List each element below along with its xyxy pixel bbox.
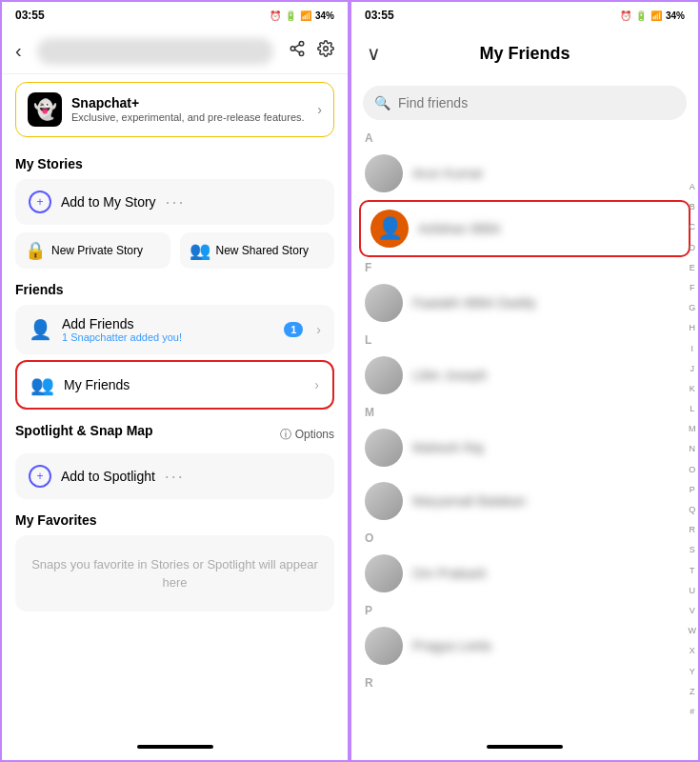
alpha-p[interactable]: P (690, 486, 695, 494)
nav-bar-right: ∨ My Friends (351, 29, 698, 78)
signal-icon: 📶 (300, 10, 311, 21)
options-text: Options (295, 428, 334, 441)
right-panel: 03:55 ⏰ 🔋 📶 34% ∨ My Friends 🔍 A Arun Ku… (350, 0, 700, 762)
alpha-l[interactable]: L (690, 405, 694, 413)
my-stories-section: My Stories + Add to My Story ··· 🔒 New P… (2, 156, 348, 269)
my-friends-icon: 👥 (30, 373, 54, 396)
my-stories-title: My Stories (15, 156, 334, 171)
new-shared-story-btn[interactable]: 👥 New Shared Story (180, 232, 335, 269)
status-icons-left: ⏰ 🔋 📶 34% (270, 10, 334, 21)
alpha-u[interactable]: U (690, 587, 696, 595)
snapchat-plus-banner[interactable]: 👻 Snapchat+ Exclusive, experimental, and… (15, 82, 334, 137)
avatar-arun (365, 154, 403, 192)
alpha-d[interactable]: D (690, 244, 696, 252)
friend-row-faatakh[interactable]: Faatakh 8884 Daddy (351, 276, 698, 330)
friend-row-libin[interactable]: Libin Joseph (351, 349, 698, 402)
section-letter-f: F (351, 257, 698, 276)
sub-story-row: 🔒 New Private Story 👥 New Shared Story (15, 232, 334, 269)
alpha-c[interactable]: C (690, 223, 696, 231)
add-to-my-story-row[interactable]: + Add to My Story ··· (15, 179, 334, 225)
alpha-q[interactable]: Q (689, 506, 695, 514)
favorites-section: My Favorites Snaps you favorite in Stori… (2, 512, 348, 612)
settings-icon[interactable] (317, 40, 334, 62)
alpha-n[interactable]: N (690, 445, 696, 453)
alpha-z[interactable]: Z (690, 688, 695, 696)
add-friends-badge: 1 (284, 322, 303, 337)
nav-center-blur (37, 38, 273, 65)
add-story-dots[interactable]: ··· (166, 192, 186, 212)
alpha-b[interactable]: B (690, 203, 695, 211)
my-friends-row[interactable]: 👥 My Friends › (15, 360, 334, 410)
home-bar-left (2, 737, 348, 760)
home-indicator-left (137, 745, 213, 749)
alpha-j[interactable]: J (690, 365, 695, 373)
friend-name-arun: Arun Kumar (412, 166, 484, 181)
add-spotlight-label: Add to Spotlight (61, 469, 155, 484)
add-to-spotlight-row[interactable]: + Add to Spotlight ··· (15, 453, 334, 499)
new-private-story-btn[interactable]: 🔒 New Private Story (15, 232, 170, 269)
alpha-x[interactable]: X (690, 647, 695, 655)
alpha-s[interactable]: S (690, 546, 695, 554)
friends-section: Friends 👤 Add Friends 1 Snapchatter adde… (2, 282, 348, 410)
time-right: 03:55 (365, 9, 394, 22)
alpha-w[interactable]: W (689, 627, 697, 635)
alpha-k[interactable]: K (690, 385, 695, 393)
friend-name-faatakh: Faatakh 8884 Daddy (412, 295, 536, 311)
my-friends-label: My Friends (64, 377, 130, 392)
friend-name-om: Om Prakash (412, 566, 487, 581)
search-input[interactable] (398, 95, 675, 110)
section-letter-o: O (351, 528, 698, 547)
spotlight-dots[interactable]: ··· (165, 467, 185, 487)
alpha-o[interactable]: O (689, 466, 695, 474)
search-bar[interactable]: 🔍 (363, 86, 687, 120)
avatar-pragya (365, 627, 403, 665)
avatar-om (365, 554, 403, 592)
status-bar-right: 03:55 ⏰ 🔋 📶 34% (351, 2, 698, 29)
section-letter-l: L (351, 330, 698, 349)
alpha-r[interactable]: R (690, 526, 696, 534)
snapchat-plus-text: Snapchat+ Exclusive, experimental, and p… (71, 95, 308, 124)
add-friends-sublabel: 1 Snapchatter added you! (62, 331, 274, 343)
back-button[interactable]: ‹ (15, 40, 22, 62)
alpha-f[interactable]: F (690, 284, 695, 292)
avatar-maryamali (365, 482, 403, 520)
friend-name-mahesh: Mahesh Raj (412, 440, 484, 455)
alarm-icon: ⏰ (270, 10, 281, 21)
favorites-card: Snaps you favorite in Stories or Spotlig… (15, 535, 334, 612)
chevron-down-button[interactable]: ∨ (367, 42, 381, 65)
avatar-faatakh (365, 284, 403, 322)
new-private-story-label: New Private Story (51, 244, 143, 257)
section-letter-p: P (351, 600, 698, 619)
friend-row-om[interactable]: Om Prakash (351, 547, 698, 600)
alpha-h[interactable]: H (690, 324, 696, 332)
avatar-mahesh (365, 429, 403, 467)
friend-row-maryamali[interactable]: Maryamali Balakarı (351, 474, 698, 528)
alpha-g[interactable]: G (689, 304, 695, 312)
friend-name-libin: Libin Joseph (412, 368, 488, 383)
alpha-hash[interactable]: # (690, 708, 694, 716)
friend-name-pragya: Pragya Leela (412, 638, 491, 653)
alpha-v[interactable]: V (690, 607, 695, 615)
add-friends-row[interactable]: 👤 Add Friends 1 Snapchatter added you! 1… (15, 305, 334, 354)
friend-row-pragya[interactable]: Pragya Leela (351, 619, 698, 672)
friends-title: Friends (15, 282, 334, 297)
alpha-i[interactable]: I (690, 345, 693, 353)
alpha-m[interactable]: M (689, 425, 696, 433)
battery-icon-right: 🔋 (635, 10, 647, 21)
alpha-e[interactable]: E (690, 264, 695, 272)
friend-row-arun[interactable]: Arun Kumar (351, 147, 698, 200)
friend-row-mahesh[interactable]: Mahesh Raj (351, 421, 698, 474)
alpha-y[interactable]: Y (690, 668, 695, 676)
options-label[interactable]: ⓘ Options (280, 427, 334, 443)
alpha-a[interactable]: A (690, 183, 695, 191)
alpha-t[interactable]: T (690, 567, 695, 575)
add-friends-icon: 👤 (29, 318, 52, 341)
my-friends-page-title: My Friends (479, 44, 570, 64)
alphabet-index: A B C D E F G H I J K L M N O P Q R S T … (689, 181, 697, 718)
share-icon[interactable] (289, 40, 306, 62)
svg-point-5 (324, 47, 329, 51)
group-icon: 👥 (190, 240, 210, 261)
section-letter-m: M (351, 402, 698, 421)
snapchat-plus-desc: Exclusive, experimental, and pre-release… (71, 110, 308, 124)
friend-row-asfahan[interactable]: 👤 Asfahan 8884 (359, 200, 690, 257)
